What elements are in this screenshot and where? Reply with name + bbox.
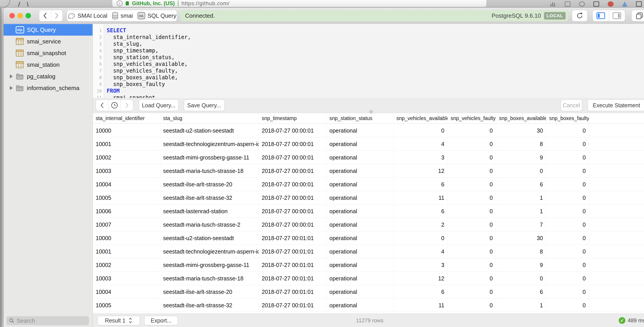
table-cell[interactable]: 10001 [93,245,160,258]
table-cell[interactable]: 6 [394,205,448,218]
table-row[interactable]: 10002seestadt-mimi-grossberg-gasse-11201… [93,258,644,272]
code-line[interactable]: FROM [107,88,644,94]
table-cell[interactable]: 10000 [93,231,160,245]
table-cell[interactable]: seestadt-ilse-arlt-strasse-32 [160,299,259,312]
table-cell[interactable]: 7 [496,218,546,231]
table-cell[interactable]: 0 [546,258,589,272]
table-row[interactable]: 10002seestadt-mimi-grossberg-gasse-11201… [93,151,644,164]
table-cell[interactable]: 1 [496,205,546,218]
table-cell[interactable]: operational [326,191,394,205]
table-cell[interactable]: 3 [394,258,448,272]
table-cell[interactable]: operational [326,258,394,272]
show-tabs-button[interactable] [632,10,644,21]
table-cell[interactable]: 10002 [93,258,160,272]
table-cell[interactable]: 30 [496,231,546,245]
table-row[interactable]: 10000seestadt-u2-station-seestadt2018-07… [93,124,644,137]
close-window-button[interactable] [10,13,15,18]
query-history-button[interactable] [108,100,121,111]
table-cell[interactable]: 0 [448,205,496,218]
table-cell[interactable]: 2018-07-27 00:01:01 [259,285,326,299]
sidebar-item-smai-station[interactable]: smai_station [4,59,92,70]
table-cell[interactable]: operational [326,218,394,231]
table-cell[interactable]: seestadt-maria-tusch-strasse-2 [160,218,259,231]
code-line[interactable]: sta_internal_identifier, [107,34,644,40]
table-row[interactable]: 10001seestadt-technologiezentrum-aspern-… [93,137,644,151]
column-header[interactable]: snp_boxes_available [496,113,546,123]
table-cell[interactable]: 2018-07-27 00:00:01 [259,218,326,231]
next-query-button[interactable] [120,100,133,111]
table-cell[interactable]: 3 [394,151,448,164]
table-cell[interactable]: 0 [448,218,496,231]
table-cell[interactable]: 8 [496,245,546,258]
table-row[interactable]: 10001seestadt-technologiezentrum-aspern-… [93,245,644,258]
table-cell[interactable]: 0 [546,164,589,178]
sidebar-item-smai-snapshot[interactable]: smai_snapshot [4,47,92,59]
table-cell[interactable]: operational [326,137,394,151]
result-selector-dropdown[interactable]: Result 1 [97,316,140,325]
cancel-button[interactable]: Cancel [561,99,582,111]
background-address-bar[interactable]: i GitHub, Inc. (US) https://github.com/ [112,0,487,7]
table-cell[interactable]: 10005 [93,191,160,205]
table-cell[interactable]: operational [326,231,394,245]
table-cell[interactable]: operational [326,299,394,312]
table-cell[interactable]: 10002 [93,151,160,164]
table-cell[interactable]: 6 [496,285,546,299]
table-cell[interactable]: seestadt-mimi-grossberg-gasse-11 [160,258,259,272]
table-cell[interactable]: 0 [448,245,496,258]
table-cell[interactable]: seestadt-u2-station-seestadt [160,124,259,137]
table-cell[interactable]: 0 [394,231,448,245]
previous-query-button[interactable] [96,100,108,111]
table-cell[interactable]: 2018-07-27 00:00:01 [259,151,326,164]
table-cell[interactable]: 0 [546,137,589,151]
table-cell[interactable]: 10007 [93,218,160,231]
execute-statement-button[interactable]: Execute Statement [588,99,644,111]
table-cell[interactable]: 2018-07-27 00:00:01 [259,124,326,137]
save-query-button[interactable]: Save Query... [184,99,224,111]
table-row[interactable]: 10000seestadt-u2-station-seestadt2018-07… [93,231,644,245]
code-line[interactable]: snp_vehicles_faulty, [107,67,644,74]
column-header[interactable]: snp_station_status [326,113,394,123]
table-cell[interactable]: 30 [496,124,546,137]
table-cell[interactable]: 2018-07-27 00:00:01 [259,205,326,218]
table-row[interactable]: 10007seestadt-maria-tusch-strasse-22018-… [93,218,644,231]
table-cell[interactable]: 0 [448,285,496,299]
table-cell[interactable]: 10000 [93,124,160,137]
table-cell[interactable]: seestadt-ilse-arlt-strasse-20 [160,285,259,299]
forward-button[interactable] [51,10,63,21]
table-cell[interactable]: 0 [448,231,496,245]
table-cell[interactable]: seestadt-maria-tusch-strasse-18 [160,164,259,178]
disclosure-triangle-icon[interactable] [10,74,13,78]
table-cell[interactable]: 10003 [93,272,160,285]
table-cell[interactable]: operational [326,272,394,285]
sidebar-item-sql-query[interactable]: SQL SQL Query [4,24,92,36]
table-row[interactable]: 10003seestadt-maria-tusch-strasse-182018… [93,164,644,178]
column-header[interactable]: snp_vehicles_faulty [448,113,496,123]
table-cell[interactable]: 2018-07-27 00:00:01 [259,137,326,151]
table-cell[interactable]: 1 [496,191,546,205]
table-cell[interactable]: 10006 [93,205,160,218]
table-cell[interactable]: 0 [448,164,496,178]
load-query-button[interactable]: Load Query... [139,99,178,111]
table-cell[interactable]: 0 [546,178,589,191]
code-line[interactable]: snp_boxes_faulty [107,81,644,88]
breadcrumb-item-server[interactable]: SMAI Local [68,12,107,19]
table-cell[interactable]: 10004 [93,285,160,299]
table-cell[interactable]: 0 [448,299,496,312]
column-header[interactable]: snp_vehicles_available [394,113,448,123]
table-cell[interactable]: 0 [448,124,496,137]
table-cell[interactable]: 2018-07-27 00:01:01 [259,258,326,272]
table-cell[interactable]: 0 [546,124,589,137]
code-line[interactable]: snp_boxes_available, [107,74,644,81]
table-cell[interactable]: seestadt-ilse-arlt-strasse-20 [160,178,259,191]
table-cell[interactable]: 2018-07-27 00:00:01 [259,164,326,178]
table-cell[interactable]: 4 [394,245,448,258]
table-cell[interactable]: operational [326,245,394,258]
table-cell[interactable]: 0 [546,191,589,205]
table-cell[interactable]: 12 [394,164,448,178]
table-cell[interactable]: 0 [546,299,589,312]
table-cell[interactable]: 6 [496,178,546,191]
table-cell[interactable]: operational [326,178,394,191]
table-cell[interactable]: 12 [394,272,448,285]
table-cell[interactable]: seestadt-u2-station-seestadt [160,231,259,245]
toggle-right-sidebar-button[interactable] [609,10,625,21]
